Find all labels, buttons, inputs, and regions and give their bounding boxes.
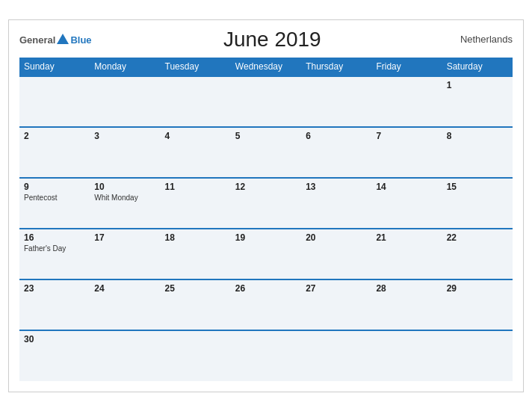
day-number: 7 (376, 131, 437, 141)
day-number: 9 (24, 182, 85, 192)
calendar-day-cell (371, 76, 442, 127)
calendar-week-row: 30 (19, 330, 513, 381)
calendar-day-cell: 11 (161, 178, 231, 229)
calendar-day-cell: 7 (371, 127, 442, 178)
calendar-day-cell: 24 (90, 279, 160, 330)
day-number: 16 (24, 232, 85, 243)
weekday-header-friday: Friday (371, 58, 442, 76)
day-number: 21 (376, 232, 437, 243)
calendar-week-row: 23242526272829 (19, 279, 513, 330)
calendar-day-cell: 20 (301, 229, 371, 279)
calendar-wrapper: General Blue June 2019 Netherlands Sunda… (8, 19, 524, 392)
day-number: 24 (94, 283, 155, 294)
calendar-day-cell: 18 (161, 229, 231, 279)
day-number: 29 (447, 283, 508, 294)
weekday-header-thursday: Thursday (301, 58, 371, 76)
calendar-day-cell: 29 (442, 279, 513, 330)
calendar-day-cell: 9Pentecost (19, 178, 90, 229)
day-number: 4 (165, 131, 226, 141)
calendar-day-cell: 10Whit Monday (90, 178, 160, 229)
day-number: 12 (235, 182, 297, 192)
day-number: 13 (306, 182, 367, 192)
weekday-header-wednesday: Wednesday (231, 58, 301, 76)
weekday-header-saturday: Saturday (442, 58, 513, 76)
day-number: 6 (306, 131, 367, 141)
calendar-day-cell: 2 (19, 127, 90, 178)
day-event: Whit Monday (94, 194, 155, 202)
logo-blue: Blue (70, 35, 91, 45)
day-number: 5 (235, 131, 297, 141)
calendar-day-cell: 5 (231, 127, 301, 178)
day-event: Father's Day (24, 244, 85, 253)
calendar-day-cell: 14 (371, 178, 442, 229)
day-number: 23 (24, 283, 85, 294)
calendar-country: Netherlands (453, 34, 513, 45)
calendar-day-cell: 13 (301, 178, 371, 229)
day-number: 28 (376, 283, 437, 294)
calendar-day-cell: 4 (161, 127, 231, 178)
calendar-day-cell (371, 330, 442, 381)
calendar-day-cell (442, 330, 513, 381)
calendar-day-cell (161, 76, 231, 127)
day-number: 17 (94, 232, 155, 243)
calendar-day-cell (19, 76, 90, 127)
day-number: 22 (447, 232, 508, 243)
weekday-header-sunday: Sunday (19, 58, 90, 76)
calendar-day-cell (301, 76, 371, 127)
calendar-day-cell: 25 (161, 279, 231, 330)
weekday-header-row: SundayMondayTuesdayWednesdayThursdayFrid… (19, 58, 513, 76)
calendar-day-cell: 28 (371, 279, 442, 330)
weekday-header-monday: Monday (90, 58, 160, 76)
calendar-day-cell (90, 330, 160, 381)
day-number: 15 (447, 182, 508, 192)
calendar-week-row: 9Pentecost10Whit Monday1112131415 (19, 178, 513, 229)
calendar-week-row: 2345678 (19, 127, 513, 178)
calendar-day-cell (231, 76, 301, 127)
calendar-grid: SundayMondayTuesdayWednesdayThursdayFrid… (19, 58, 513, 381)
day-number: 27 (306, 283, 367, 294)
day-number: 26 (235, 283, 297, 294)
day-event: Pentecost (24, 194, 85, 202)
calendar-day-cell: 30 (19, 330, 90, 381)
calendar-header: General Blue June 2019 Netherlands (19, 28, 513, 52)
day-number: 30 (24, 334, 85, 344)
calendar-body: 123456789Pentecost10Whit Monday111213141… (19, 76, 513, 381)
calendar-day-cell: 27 (301, 279, 371, 330)
day-number: 18 (165, 232, 226, 243)
calendar-day-cell: 15 (442, 178, 513, 229)
day-number: 19 (235, 232, 297, 243)
calendar-day-cell: 16Father's Day (19, 229, 90, 279)
calendar-day-cell: 12 (231, 178, 301, 229)
calendar-day-cell (161, 330, 231, 381)
calendar-day-cell: 1 (442, 76, 513, 127)
day-number: 11 (165, 182, 226, 192)
calendar-week-row: 1 (19, 76, 513, 127)
calendar-day-cell: 17 (90, 229, 160, 279)
calendar-week-row: 16Father's Day171819202122 (19, 229, 513, 279)
calendar-day-cell: 19 (231, 229, 301, 279)
day-number: 20 (306, 232, 367, 243)
calendar-day-cell: 21 (371, 229, 442, 279)
calendar-title: June 2019 (92, 28, 453, 52)
day-number: 3 (94, 131, 155, 141)
calendar-day-cell (90, 76, 160, 127)
weekday-header-tuesday: Tuesday (161, 58, 231, 76)
calendar-day-cell: 3 (90, 127, 160, 178)
day-number: 25 (165, 283, 226, 294)
logo-general: General (19, 35, 55, 45)
calendar-day-cell (231, 330, 301, 381)
day-number: 14 (376, 182, 437, 192)
calendar-day-cell: 26 (231, 279, 301, 330)
calendar-day-cell: 22 (442, 229, 513, 279)
logo-triangle-icon (57, 34, 69, 44)
calendar-day-cell: 6 (301, 127, 371, 178)
day-number: 8 (447, 131, 508, 141)
calendar-day-cell: 23 (19, 279, 90, 330)
logo: General Blue (19, 34, 92, 45)
day-number: 2 (24, 131, 85, 141)
day-number: 10 (94, 182, 155, 192)
calendar-day-cell (301, 330, 371, 381)
day-number: 1 (447, 80, 508, 90)
calendar-day-cell: 8 (442, 127, 513, 178)
